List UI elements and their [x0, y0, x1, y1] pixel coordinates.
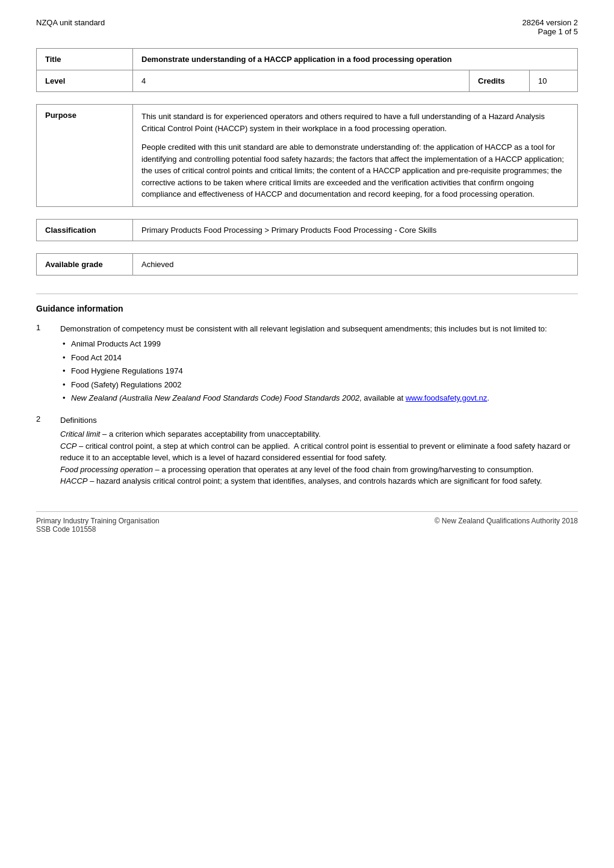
- bullet-nz-food-standards: New Zealand (Australia New Zealand Food …: [60, 392, 578, 404]
- page-header: NZQA unit standard 28264 version 2 Page …: [36, 18, 578, 36]
- org-label: NZQA unit standard: [36, 18, 105, 36]
- purpose-paragraph-1: This unit standard is for experienced op…: [141, 111, 569, 134]
- classification-row: Classification Primary Products Food Pro…: [37, 219, 578, 241]
- footer-left: Primary Industry Training Organisation S…: [36, 517, 160, 534]
- footer-copyright: © New Zealand Qualifications Authority 2…: [435, 517, 578, 534]
- purpose-paragraph-2: People credited with this unit standard …: [141, 141, 569, 200]
- bullet-food-hygiene: Food Hygiene Regulations 1974: [60, 365, 578, 377]
- page-number: Page 1 of 5: [522, 27, 578, 36]
- doc-info: 28264 version 2 Page 1 of 5: [522, 18, 578, 36]
- foodsafety-link[interactable]: www.foodsafety.govt.nz: [406, 393, 488, 402]
- guidance-title: Guidance information: [36, 304, 578, 313]
- footer-org: Primary Industry Training Organisation: [36, 517, 160, 525]
- guidance-content-1: Demonstration of competency must be cons…: [60, 323, 578, 406]
- definition-food-processing: Food processing operation – a processing…: [60, 464, 578, 476]
- purpose-row: Purpose This unit standard is for experi…: [37, 105, 578, 207]
- definition-haccp: HACCP – hazard analysis critical control…: [60, 475, 578, 487]
- title-row: Title Demonstrate understanding of a HAC…: [37, 49, 578, 70]
- page-footer: Primary Industry Training Organisation S…: [36, 511, 578, 534]
- guidance-item-2: 2 Definitions Critical limit – a criteri…: [36, 414, 578, 487]
- doc-number: 28264 version 2: [522, 18, 578, 27]
- purpose-table: Purpose This unit standard is for experi…: [36, 104, 578, 207]
- level-row: Level 4 Credits 10: [37, 70, 578, 92]
- bullet-food-safety: Food (Safety) Regulations 2002: [60, 379, 578, 391]
- definition-critical-limit: Critical limit – a criterion which separ…: [60, 428, 578, 440]
- footer-ssb: SSB Code 101558: [36, 525, 160, 534]
- classification-value: Primary Products Food Processing > Prima…: [133, 219, 578, 241]
- guidance-section: Guidance information 1 Demonstration of …: [36, 294, 578, 487]
- purpose-label: Purpose: [37, 105, 133, 207]
- bullet-food-act: Food Act 2014: [60, 352, 578, 364]
- classification-table: Classification Primary Products Food Pro…: [36, 219, 578, 241]
- guidance-number-1: 1: [36, 323, 60, 406]
- purpose-content: This unit standard is for experienced op…: [133, 105, 578, 207]
- title-table: Title Demonstrate understanding of a HAC…: [36, 48, 578, 92]
- definition-ccp: CCP – critical control point, a step at …: [60, 440, 578, 464]
- title-value: Demonstrate understanding of a HACCP app…: [133, 49, 578, 70]
- grade-row: Available grade Achieved: [37, 253, 578, 275]
- guidance-text-1: Demonstration of competency must be cons…: [60, 324, 547, 333]
- grade-table: Available grade Achieved: [36, 253, 578, 275]
- grade-label: Available grade: [37, 253, 133, 275]
- bullet-animal-products: Animal Products Act 1999: [60, 338, 578, 350]
- definitions-heading: Definitions: [60, 414, 578, 426]
- guidance-number-2: 2: [36, 414, 60, 487]
- credits-label: Credits: [470, 70, 530, 92]
- title-label: Title: [37, 49, 133, 70]
- guidance-content-2: Definitions Critical limit – a criterion…: [60, 414, 578, 487]
- grade-value: Achieved: [133, 253, 578, 275]
- level-label: Level: [37, 70, 133, 92]
- classification-label: Classification: [37, 219, 133, 241]
- guidance-bullets-1: Animal Products Act 1999 Food Act 2014 F…: [60, 338, 578, 404]
- credits-value: 10: [530, 70, 578, 92]
- level-value: 4: [133, 70, 470, 92]
- guidance-item-1: 1 Demonstration of competency must be co…: [36, 323, 578, 406]
